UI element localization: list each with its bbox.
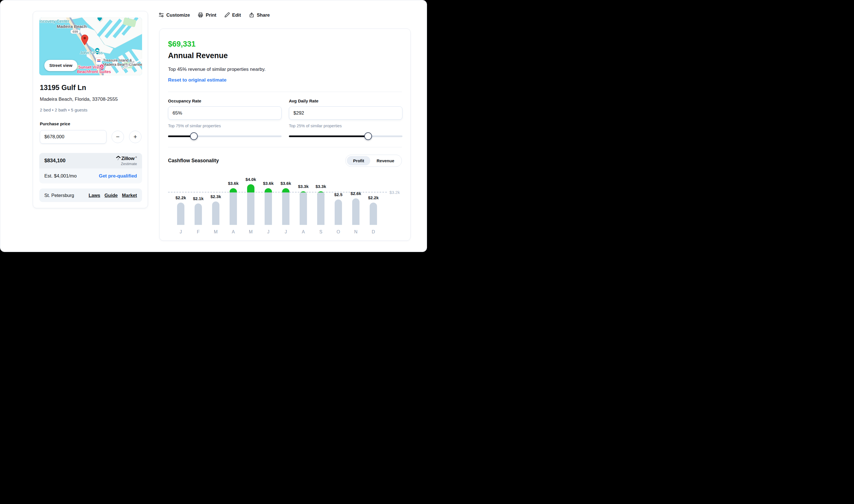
cashflow-bar[interactable]	[195, 203, 202, 225]
chart-month-slot: $2.3kM	[207, 171, 225, 236]
market-city-label: St. Petersburg	[44, 193, 84, 198]
customize-button[interactable]: Customize	[158, 12, 190, 18]
property-specs: 2 bed • 2 bath • 5 guests	[40, 108, 88, 113]
seasonality-title: Cashflow Seasonality	[168, 158, 219, 164]
increase-price-button[interactable]: +	[129, 131, 141, 143]
bar-below-threshold	[247, 193, 255, 225]
guide-link[interactable]: Guide	[104, 193, 118, 198]
bar-below-threshold	[317, 193, 325, 225]
cashflow-bar[interactable]	[247, 184, 255, 225]
bar-value-label: $3.6k	[260, 181, 277, 186]
bar-value-label: $3.3k	[295, 184, 312, 189]
app-window: iscovery Center Madeira Beach 699 John's…	[0, 0, 427, 252]
annual-revenue-title: Annual Revenue	[168, 51, 402, 60]
month-label: N	[347, 230, 365, 234]
property-address-line2: Madeira Beach, Florida, 33708-2555	[40, 96, 118, 102]
bar-below-threshold	[230, 193, 237, 225]
cashflow-bar[interactable]	[212, 201, 220, 225]
profit-revenue-toggle[interactable]: ProfitRevenue	[345, 155, 402, 167]
cashflow-bar[interactable]	[265, 188, 272, 225]
threshold-label: $3.2k	[389, 190, 400, 195]
chart-month-slot: $2.2kD	[365, 171, 382, 236]
laws-link[interactable]: Laws	[89, 193, 100, 198]
month-label: D	[365, 230, 382, 234]
bar-value-label: $2.5	[330, 192, 347, 197]
month-label: A	[225, 230, 242, 234]
chart-month-slot: $2.2kJ	[172, 171, 190, 236]
street-view-button[interactable]: Street view	[44, 60, 77, 71]
edit-button[interactable]: Edit	[224, 12, 241, 18]
print-button[interactable]: Print	[198, 12, 216, 18]
revenue-panel: $69,331 Annual Revenue Top 45% revenue o…	[159, 29, 411, 241]
seasonality-chart: $3.2k $2.2kJ$2.1kF$2.3kM$3.6kA$4.0kM$3.6…	[168, 171, 402, 236]
month-label: F	[190, 230, 207, 234]
cashflow-bar[interactable]	[177, 203, 185, 225]
month-label: J	[277, 230, 295, 234]
sliders-icon	[158, 12, 164, 18]
month-label: S	[312, 230, 330, 234]
bar-below-threshold	[282, 193, 290, 225]
cashflow-bar[interactable]	[230, 188, 237, 225]
cashflow-bar[interactable]	[317, 191, 325, 225]
chart-month-slot: $2.6kN	[347, 171, 365, 236]
slider-fill	[289, 136, 368, 137]
decrease-price-button[interactable]: −	[111, 131, 124, 143]
get-prequalified-link[interactable]: Get pre-qualified	[99, 173, 137, 179]
adr-slider[interactable]	[289, 132, 402, 140]
market-link[interactable]: Market	[122, 193, 137, 198]
bar-value-label: $2.2k	[172, 195, 190, 200]
divider	[168, 147, 402, 147]
month-label: J	[172, 230, 190, 234]
chart-month-slot: $4.0kM	[242, 171, 260, 236]
discovery-center-label: iscovery Center	[40, 19, 69, 23]
occupancy-rate-input[interactable]	[168, 106, 282, 120]
bar-value-label: $4.0k	[242, 177, 260, 182]
occupancy-helper-text: Top 75% of similar properties	[168, 123, 282, 128]
adr-field: Avg Daily Rate Top 25% of similar proper…	[289, 98, 402, 140]
chart-month-slot: $3.3kS	[312, 171, 330, 236]
chamber-label: Treasure Island & Madeira Beach Chamber …	[103, 58, 142, 67]
occupancy-slider[interactable]	[168, 132, 282, 140]
bar-below-threshold	[265, 193, 272, 225]
rate-fields: Occupancy Rate Top 75% of similar proper…	[168, 98, 402, 140]
johns-pass-camera-pin	[94, 48, 100, 56]
sunset-vistas-pin	[100, 64, 104, 72]
city-label: Madeira Beach	[57, 24, 87, 29]
bar-value-label: $2.6k	[347, 191, 365, 196]
cashflow-bar[interactable]	[282, 188, 290, 225]
zillow-house-icon	[116, 156, 121, 160]
bar-value-label: $2.1k	[190, 196, 207, 201]
annual-revenue-amount: $69,331	[168, 39, 402, 49]
cashflow-bar[interactable]	[300, 191, 307, 225]
chart-month-slot: $3.6kJ	[277, 171, 295, 236]
annual-revenue-subtitle: Top 45% revenue of similar properties ne…	[168, 66, 402, 73]
zestimate-value: $834,100	[44, 158, 66, 164]
divider	[168, 92, 402, 92]
cashflow-bar[interactable]	[335, 199, 342, 225]
reset-estimate-link[interactable]: Reset to original estimate	[168, 77, 226, 84]
occupancy-field: Occupancy Rate Top 75% of similar proper…	[168, 98, 282, 140]
purchase-price-input[interactable]	[40, 130, 106, 144]
avg-daily-rate-label: Avg Daily Rate	[289, 98, 402, 104]
chart-month-slot: $2.5O	[330, 171, 347, 236]
bar-value-label: $2.2k	[365, 195, 382, 200]
monthly-estimate: Est. $4,001/mo	[44, 173, 76, 179]
month-label: M	[207, 230, 225, 234]
adr-helper-text: Top 25% of similar properties	[289, 123, 402, 128]
month-label: O	[330, 230, 347, 234]
property-map[interactable]: iscovery Center Madeira Beach 699 John's…	[39, 18, 142, 75]
toggle-option-revenue[interactable]: Revenue	[370, 156, 400, 165]
cashflow-bar[interactable]	[370, 203, 377, 225]
share-icon	[249, 12, 255, 18]
occupancy-slider-thumb[interactable]	[190, 132, 198, 140]
property-address-title: 13195 Gulf Ln	[40, 84, 86, 92]
toolbar: Customize Print Edit Share	[158, 12, 270, 18]
toggle-option-profit[interactable]: Profit	[347, 156, 370, 165]
avg-daily-rate-input[interactable]	[289, 106, 402, 120]
bar-value-label: $3.3k	[312, 184, 330, 189]
share-button[interactable]: Share	[249, 12, 270, 18]
cashflow-bar[interactable]	[352, 198, 360, 225]
chart-month-slot: $3.6kJ	[260, 171, 277, 236]
adr-slider-thumb[interactable]	[364, 132, 372, 140]
month-label: A	[295, 230, 312, 234]
